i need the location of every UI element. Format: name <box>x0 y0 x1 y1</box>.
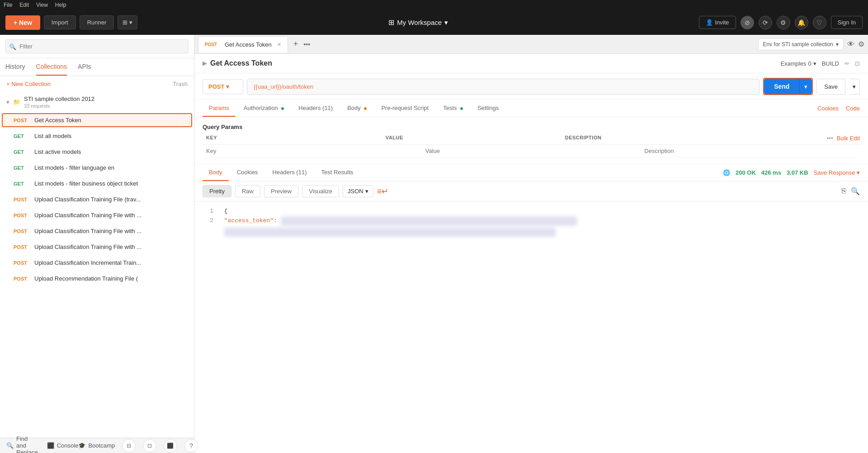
menu-view[interactable]: View <box>36 2 48 8</box>
layout-icon-1[interactable]: ⊟ <box>122 439 136 453</box>
examples-button[interactable]: Examples 0 ▾ <box>780 60 816 67</box>
heart-icon[interactable]: ♡ <box>813 16 826 29</box>
wrap-icon[interactable]: ≡↵ <box>377 186 389 196</box>
layout-icon-2[interactable]: ⊡ <box>143 439 156 453</box>
sidebar: 🔍 History Collections APIs + New Collect… <box>0 35 194 453</box>
no-signal-icon[interactable]: ⊘ <box>741 16 754 29</box>
invite-button[interactable]: 👤 Invite <box>699 16 736 29</box>
search-input[interactable] <box>5 39 189 53</box>
request-item[interactable]: GET List models - filter business object… <box>0 176 194 191</box>
tab-authorization[interactable]: Authorization <box>237 100 291 117</box>
request-item[interactable]: POST Upload Classification Training File… <box>0 207 194 223</box>
request-item[interactable]: POST Upload Classification Training File… <box>0 191 194 207</box>
response-tab-cookies[interactable]: Cookies <box>231 164 264 181</box>
url-input[interactable] <box>247 79 760 95</box>
search-response-icon[interactable]: 🔍 <box>851 187 860 196</box>
request-item[interactable]: POST Upload Classification Training File… <box>0 223 194 239</box>
request-item[interactable]: POST Upload Recommendation Training File… <box>0 271 194 286</box>
find-replace-button[interactable]: 🔍 Find and Replace <box>6 435 38 453</box>
menu-edit[interactable]: Edit <box>19 2 29 8</box>
new-collection-button[interactable]: + New Collection <box>6 81 51 87</box>
save-dropdown-button[interactable]: ▾ <box>849 79 860 95</box>
env-dropdown[interactable]: Env for STI sample collection ▾ <box>758 38 844 50</box>
more-icon[interactable]: ⊡ <box>855 60 860 67</box>
format-select[interactable]: JSON ▾ <box>343 185 373 197</box>
request-name: List all models <box>34 133 71 139</box>
tab-params[interactable]: Params <box>203 100 236 117</box>
copy-icon[interactable]: ⎘ <box>842 187 846 196</box>
send-dropdown-button[interactable]: ▾ <box>799 79 812 94</box>
more-params-icon[interactable]: ••• <box>827 135 833 142</box>
menu-help[interactable]: Help <box>55 2 66 8</box>
params-section: Query Params KEY VALUE DESCRIPTION ••• B… <box>194 117 868 164</box>
bulk-edit-button[interactable]: Bulk Edit <box>837 135 860 142</box>
tab-pre-request-script[interactable]: Pre-request Script <box>375 100 435 117</box>
request-item[interactable]: POST Get Access Token <box>2 113 192 127</box>
response-time: 426 ms <box>761 169 781 176</box>
method-badge-post: POST <box>14 118 30 123</box>
visualize-button[interactable]: Visualize <box>302 185 339 197</box>
satellite-icon[interactable]: ⟳ <box>759 16 772 29</box>
preview-button[interactable]: Preview <box>264 185 298 197</box>
desc-input[interactable] <box>644 148 856 154</box>
edit-icon[interactable]: ✏ <box>844 60 849 67</box>
request-list: POST Get Access Token GET List all model… <box>0 112 194 438</box>
request-name: Upload Classification Incremental Train.… <box>34 259 141 266</box>
key-input[interactable] <box>206 148 418 154</box>
sidebar-tab-apis[interactable]: APIs <box>78 58 91 76</box>
save-response-button[interactable]: Save Response ▾ <box>814 169 860 176</box>
tab-menu-button[interactable]: ••• <box>303 41 310 48</box>
request-item[interactable]: GET List models - filter language en <box>0 160 194 176</box>
tab-body[interactable]: Body <box>341 100 373 117</box>
tab-headers[interactable]: Headers (11) <box>292 100 339 117</box>
new-button[interactable]: + New <box>5 15 40 30</box>
trash-button[interactable]: Trash <box>173 81 188 87</box>
cookies-link[interactable]: Cookies <box>817 105 839 112</box>
response-tab-body[interactable]: Body <box>203 164 229 181</box>
method-badge-post: POST <box>14 276 30 281</box>
request-item[interactable]: GET List all models <box>0 128 194 144</box>
notification-icon[interactable]: 🔔 <box>795 16 808 29</box>
tab-tests[interactable]: Tests <box>437 100 469 117</box>
workspace-chevron-icon: ▾ <box>444 19 448 27</box>
query-params-title: Query Params <box>203 124 860 130</box>
console-button[interactable]: ⬛ Console <box>47 442 79 449</box>
json-key-access-token: "access_token": <box>224 217 277 224</box>
settings-icon[interactable]: ⚙ <box>777 16 790 29</box>
request-title-text: Get Access Token <box>210 59 272 67</box>
examples-chevron-icon: ▾ <box>813 60 816 67</box>
request-item[interactable]: GET List active models <box>0 144 194 160</box>
method-badge-get: GET <box>14 149 30 155</box>
save-response-chevron-icon: ▾ <box>857 169 860 176</box>
save-button[interactable]: Save <box>816 79 845 95</box>
collection-header[interactable]: ▾ 📁 STI sample collection 2012 33 reques… <box>0 92 194 112</box>
build-button[interactable]: BUILD <box>822 60 839 67</box>
response-tabs: Body Cookies Headers (11) Test Results 🌐… <box>194 164 868 181</box>
value-input[interactable] <box>425 148 637 154</box>
import-button[interactable]: Import <box>44 15 76 29</box>
runner-button[interactable]: Runner <box>80 15 114 29</box>
sidebar-tab-collections[interactable]: Collections <box>36 58 67 76</box>
menu-file[interactable]: File <box>4 2 12 8</box>
bootcamp-button[interactable]: 🎓 Bootcamp <box>78 442 115 449</box>
code-link[interactable]: Code <box>846 105 860 112</box>
add-tab-button[interactable]: + <box>290 39 302 49</box>
response-tab-headers[interactable]: Headers (11) <box>266 164 313 181</box>
sidebar-tab-history[interactable]: History <box>5 58 25 76</box>
request-item[interactable]: POST Upload Classification Training File… <box>0 239 194 255</box>
env-settings-icon[interactable]: ⚙ <box>858 40 864 48</box>
method-select[interactable]: POST ▾ <box>203 79 243 94</box>
request-tab[interactable]: POST Get Access Token ✕ <box>198 36 288 52</box>
request-item[interactable]: POST Upload Classification Incremental T… <box>0 255 194 271</box>
sign-in-button[interactable]: Sign In <box>831 16 863 29</box>
tab-settings[interactable]: Settings <box>471 100 505 117</box>
tab-close-icon[interactable]: ✕ <box>277 42 281 48</box>
raw-button[interactable]: Raw <box>235 185 260 197</box>
send-button[interactable]: Send <box>764 79 799 94</box>
workspace-selector[interactable]: ⊞ My Workspace ▾ <box>388 18 448 27</box>
eye-icon[interactable]: 👁 <box>847 40 854 48</box>
response-tab-test-results[interactable]: Test Results <box>315 164 359 181</box>
pretty-button[interactable]: Pretty <box>203 185 231 197</box>
workspace-layout-button[interactable]: ⊞ ▾ <box>118 15 137 29</box>
layout-icon-3[interactable]: ⬛ <box>164 439 177 453</box>
